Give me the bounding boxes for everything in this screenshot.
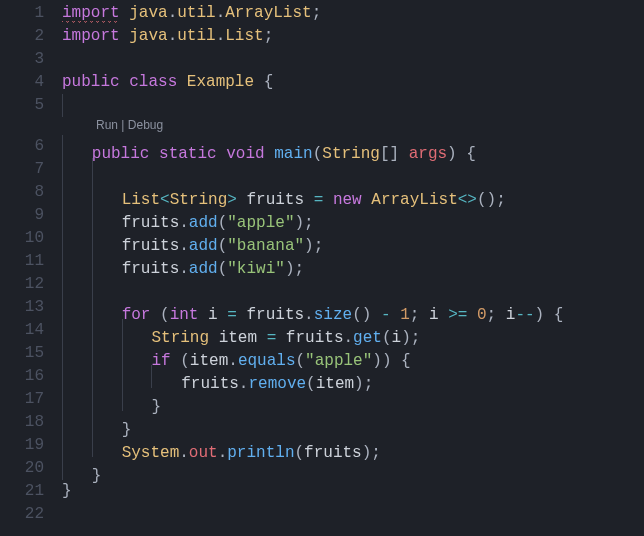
- code-content[interactable]: fruits.add("apple");: [62, 204, 644, 227]
- line-number: 6: [0, 135, 62, 158]
- code-line[interactable]: 17 }: [0, 388, 644, 411]
- code-line[interactable]: 22: [0, 503, 644, 526]
- line-number: 8: [0, 181, 62, 204]
- code-line[interactable]: 5: [0, 94, 644, 117]
- line-number: 1: [0, 2, 62, 25]
- code-content[interactable]: [62, 94, 644, 117]
- code-content[interactable]: public class Example {: [62, 71, 644, 94]
- line-number: 7: [0, 158, 62, 181]
- code-content[interactable]: [62, 48, 644, 71]
- code-content[interactable]: import java.util.List;: [62, 25, 644, 48]
- code-content[interactable]: [62, 273, 644, 296]
- code-content[interactable]: [62, 158, 644, 181]
- code-line[interactable]: 20 }: [0, 457, 644, 480]
- code-line[interactable]: 19 System.out.println(fruits);: [0, 434, 644, 457]
- code-line[interactable]: 14 String item = fruits.get(i);: [0, 319, 644, 342]
- line-number: 2: [0, 25, 62, 48]
- code-line[interactable]: 8 List<String> fruits = new ArrayList<>(…: [0, 181, 644, 204]
- code-line[interactable]: 15 if (item.equals("apple")) {: [0, 342, 644, 365]
- code-content[interactable]: String item = fruits.get(i);: [62, 319, 644, 342]
- code-line[interactable]: 6 public static void main(String[] args)…: [0, 135, 644, 158]
- code-line[interactable]: 7: [0, 158, 644, 181]
- line-number: 5: [0, 94, 62, 117]
- line-number: 14: [0, 319, 62, 342]
- line-number: 22: [0, 503, 62, 526]
- code-content[interactable]: fruits.add("kiwi");: [62, 250, 644, 273]
- code-line[interactable]: 11 fruits.add("kiwi");: [0, 250, 644, 273]
- codelens-run[interactable]: Run: [96, 118, 118, 132]
- line-number: 17: [0, 388, 62, 411]
- code-content[interactable]: fruits.remove(item);: [62, 365, 644, 388]
- line-number: 11: [0, 250, 62, 273]
- line-number: 12: [0, 273, 62, 296]
- code-content[interactable]: [62, 503, 644, 526]
- code-editor[interactable]: 1import java.util.ArrayList;2import java…: [0, 0, 644, 526]
- code-line[interactable]: 3: [0, 48, 644, 71]
- code-content[interactable]: import java.util.ArrayList;: [62, 2, 644, 25]
- code-line[interactable]: 10 fruits.add("banana");: [0, 227, 644, 250]
- codelens-debug[interactable]: Debug: [128, 118, 163, 132]
- code-line[interactable]: 16 fruits.remove(item);: [0, 365, 644, 388]
- code-content[interactable]: public static void main(String[] args) {: [62, 135, 644, 158]
- line-number: 15: [0, 342, 62, 365]
- line-number: 4: [0, 71, 62, 94]
- code-content[interactable]: fruits.add("banana");: [62, 227, 644, 250]
- code-content[interactable]: }: [62, 480, 644, 503]
- line-number: 10: [0, 227, 62, 250]
- code-content[interactable]: if (item.equals("apple")) {: [62, 342, 644, 365]
- line-number: 20: [0, 457, 62, 480]
- code-content[interactable]: }: [62, 388, 644, 411]
- code-line[interactable]: 2import java.util.List;: [0, 25, 644, 48]
- code-line[interactable]: 12: [0, 273, 644, 296]
- code-line[interactable]: 1import java.util.ArrayList;: [0, 2, 644, 25]
- line-number: 18: [0, 411, 62, 434]
- code-content[interactable]: for (int i = fruits.size() - 1; i >= 0; …: [62, 296, 644, 319]
- code-content[interactable]: }: [62, 411, 644, 434]
- line-number: 9: [0, 204, 62, 227]
- code-line[interactable]: 4public class Example {: [0, 71, 644, 94]
- line-number: 3: [0, 48, 62, 71]
- code-line[interactable]: 13 for (int i = fruits.size() - 1; i >= …: [0, 296, 644, 319]
- line-number: 13: [0, 296, 62, 319]
- code-content[interactable]: System.out.println(fruits);: [62, 434, 644, 457]
- line-number: 19: [0, 434, 62, 457]
- code-content[interactable]: List<String> fruits = new ArrayList<>();: [62, 181, 644, 204]
- code-line[interactable]: 9 fruits.add("apple");: [0, 204, 644, 227]
- code-line[interactable]: 21}: [0, 480, 644, 503]
- code-line[interactable]: 18 }: [0, 411, 644, 434]
- line-number: 21: [0, 480, 62, 503]
- code-content[interactable]: }: [62, 457, 644, 480]
- codelens-sep: |: [118, 118, 128, 132]
- line-number: 16: [0, 365, 62, 388]
